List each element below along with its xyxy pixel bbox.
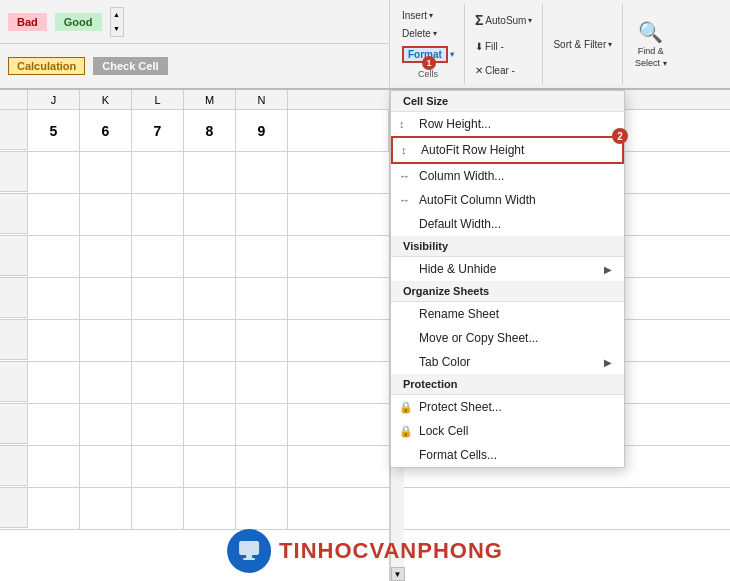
grid-cell[interactable]: 7 [132, 110, 184, 151]
style-bad: Bad [8, 13, 47, 31]
fill-button[interactable]: ⬇ Fill - [471, 40, 537, 53]
table-row [0, 404, 389, 446]
svg-rect-2 [243, 558, 255, 560]
submenu-arrow-icon: ▶ [604, 264, 612, 275]
organize-sheets-header: Organize Sheets [391, 281, 624, 302]
insert-button[interactable]: Insert ▾ [398, 9, 458, 22]
grid-cell[interactable]: 6 [80, 110, 132, 151]
autofit-col-icon: ↔ [399, 194, 410, 206]
table-row [0, 278, 389, 320]
grid-cell[interactable]: 9 [236, 110, 288, 151]
autosum-button[interactable]: Σ AutoSum ▾ [471, 11, 537, 29]
visibility-header: Visibility [391, 236, 624, 257]
table-row [0, 488, 389, 530]
default-width-item[interactable]: Default Width... [391, 212, 624, 236]
autofit-row-icon: ↕ [401, 144, 407, 156]
table-row [0, 320, 389, 362]
format-dropdown-menu: Cell Size ↕ Row Height... ↕ AutoFit Row … [390, 90, 625, 468]
table-row [0, 194, 389, 236]
format-button-small[interactable]: Format ▾ 1 [398, 45, 458, 64]
col-header-n: N [236, 90, 288, 109]
move-copy-sheet-item[interactable]: Move or Copy Sheet... [391, 326, 624, 350]
find-select-button[interactable]: 🔍 Find & Select ▾ [629, 19, 672, 69]
style-check-cell: Check Cell [93, 57, 167, 75]
tab-color-item[interactable]: Tab Color ▶ [391, 350, 624, 374]
scroll-arrows[interactable]: ▲ ▼ [110, 7, 124, 37]
autofit-column-width-item[interactable]: ↔ AutoFit Column Width [391, 188, 624, 212]
clear-button[interactable]: ✕ Clear - [471, 64, 537, 77]
step2-badge: 2 [612, 128, 628, 144]
col-header-l: L [132, 90, 184, 109]
rename-sheet-item[interactable]: Rename Sheet [391, 302, 624, 326]
protect-sheet-item[interactable]: 🔒 Protect Sheet... [391, 395, 624, 419]
sort-filter-button[interactable]: Sort & Filter▾ [549, 38, 616, 51]
watermark: TINHOCVANPHONG [227, 529, 503, 573]
format-cells-item[interactable]: Format Cells... [391, 443, 624, 467]
lock-cell-item[interactable]: 🔒 Lock Cell [391, 419, 624, 443]
grid-cell[interactable]: 5 [28, 110, 80, 151]
tab-color-arrow-icon: ▶ [604, 357, 612, 368]
svg-rect-0 [239, 541, 259, 555]
table-row [0, 236, 389, 278]
svg-rect-1 [246, 555, 252, 558]
cells-label: Cells [398, 69, 458, 79]
column-width-item[interactable]: ↔ Column Width... [391, 164, 624, 188]
cell-size-header: Cell Size [391, 91, 624, 112]
col-header-j: J [28, 90, 80, 109]
row-height-icon: ↕ [399, 118, 405, 130]
col-header-k: K [80, 90, 132, 109]
lock-cell-icon: 🔒 [399, 425, 413, 438]
step1-badge: 1 [422, 56, 436, 70]
table-row [0, 446, 389, 488]
table-row [0, 152, 389, 194]
table-row: 5 6 7 8 9 [0, 110, 389, 152]
grid-cell[interactable]: 8 [184, 110, 236, 151]
computer-icon [236, 538, 262, 564]
table-row [0, 362, 389, 404]
autofit-row-height-item[interactable]: ↕ AutoFit Row Height 2 [391, 136, 624, 164]
style-good: Good [55, 13, 102, 31]
row-height-item[interactable]: ↕ Row Height... [391, 112, 624, 136]
watermark-icon [227, 529, 271, 573]
watermark-text: TINHOCVANPHONG [279, 538, 503, 564]
style-calculation: Calculation [8, 57, 85, 75]
protection-header: Protection [391, 374, 624, 395]
delete-button[interactable]: Delete ▾ [398, 27, 458, 40]
col-header-m: M [184, 90, 236, 109]
protect-sheet-icon: 🔒 [399, 401, 413, 414]
col-width-icon: ↔ [399, 170, 410, 182]
hide-unhide-item[interactable]: Hide & Unhide ▶ [391, 257, 624, 281]
